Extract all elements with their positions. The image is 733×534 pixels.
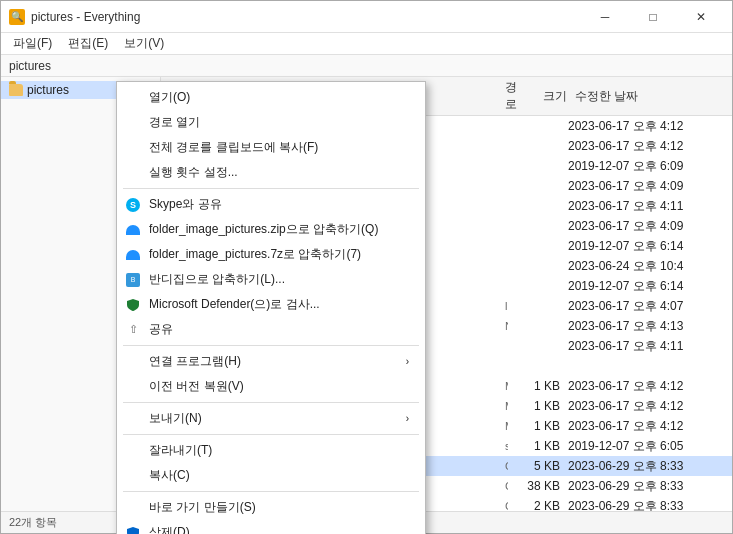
context-menu-label: 연결 프로그램(H) bbox=[149, 353, 241, 370]
breadcrumb-text: pictures bbox=[9, 59, 51, 73]
window-title: pictures - Everything bbox=[31, 10, 140, 24]
context-menu-item[interactable]: 경로 열기 bbox=[117, 110, 425, 135]
context-menu-item[interactable]: Microsoft Defender(으)로 검사... bbox=[117, 292, 425, 317]
context-menu-item[interactable]: 보내기(N)› bbox=[117, 406, 425, 431]
context-menu-separator bbox=[123, 188, 419, 189]
file-date: 2019-12-07 오후 6:09 bbox=[568, 158, 728, 175]
file-size: 5 KB bbox=[508, 459, 568, 473]
folder-icon bbox=[9, 84, 23, 96]
context-menu-label: folder_image_pictures.zip으로 압축하기(Q) bbox=[149, 221, 378, 238]
context-menu-item[interactable]: B반디집으로 압축하기(L)... bbox=[117, 267, 425, 292]
menu-view[interactable]: 보기(V) bbox=[116, 33, 172, 54]
file-size: 38 KB bbox=[508, 479, 568, 493]
file-date: 2023-06-29 오후 8:33 bbox=[568, 458, 728, 475]
context-menu-item[interactable]: 전체 경로를 클립보드에 복사(F) bbox=[117, 135, 425, 160]
breadcrumb-bar: pictures bbox=[1, 55, 732, 77]
close-button[interactable]: ✕ bbox=[678, 1, 724, 33]
status-text: 22개 항목 bbox=[9, 515, 57, 530]
context-menu-label: 바로 가기 만들기(S) bbox=[149, 499, 256, 516]
shield-icon bbox=[125, 525, 141, 535]
context-menu-label: 잘라내기(T) bbox=[149, 442, 212, 459]
minimize-button[interactable]: ─ bbox=[582, 1, 628, 33]
file-date: 2019-12-07 오후 6:05 bbox=[568, 438, 728, 455]
file-date: 2023-06-17 오후 4:12 bbox=[568, 398, 728, 415]
context-menu-label: 삭제(D) bbox=[149, 524, 190, 534]
app-icon: 🔍 bbox=[9, 9, 25, 25]
context-menu-item[interactable]: ⇧공유 bbox=[117, 317, 425, 342]
context-menu-label: 공유 bbox=[149, 321, 173, 338]
file-date: 2023-06-17 오후 4:12 bbox=[568, 118, 728, 135]
context-menu-item[interactable]: 이전 버전 복원(V) bbox=[117, 374, 425, 399]
menu-bar: 파일(F) 편집(E) 보기(V) bbox=[1, 33, 732, 55]
onedrive-icon bbox=[125, 247, 141, 263]
col-header-size[interactable]: 크기 bbox=[517, 88, 575, 105]
context-menu-separator bbox=[123, 402, 419, 403]
defender-icon bbox=[125, 297, 141, 313]
context-menu-item[interactable]: 삭제(D) bbox=[117, 520, 425, 534]
context-menu-label: 열기(O) bbox=[149, 89, 190, 106]
title-bar: 🔍 pictures - Everything ─ □ ✕ bbox=[1, 1, 732, 33]
onedrive-icon bbox=[125, 222, 141, 238]
context-menu-label: 실행 횟수 설정... bbox=[149, 164, 238, 181]
col-header-path[interactable]: 경로 bbox=[505, 79, 517, 113]
menu-edit[interactable]: 편집(E) bbox=[60, 33, 116, 54]
context-menu-separator bbox=[123, 491, 419, 492]
context-menu-label: folder_image_pictures.7z로 압축하기(7) bbox=[149, 246, 361, 263]
context-menu-label: 전체 경로를 클립보드에 복사(F) bbox=[149, 139, 318, 156]
window-controls: ─ □ ✕ bbox=[582, 1, 724, 33]
context-menu-item[interactable]: folder_image_pictures.7z로 압축하기(7) bbox=[117, 242, 425, 267]
context-menu-item[interactable]: folder_image_pictures.zip으로 압축하기(Q) bbox=[117, 217, 425, 242]
file-size: 2 KB bbox=[508, 499, 568, 511]
file-path: NetworkService bbox=[505, 320, 508, 332]
file-date: 2023-06-17 오후 4:13 bbox=[568, 318, 728, 335]
context-menu-item[interactable]: 바로 가기 만들기(S) bbox=[117, 495, 425, 520]
file-size: 1 KB bbox=[508, 379, 568, 393]
nav-label: pictures bbox=[27, 83, 69, 97]
file-date: 2023-06-29 오후 8:33 bbox=[568, 498, 728, 512]
bandzip-icon: B bbox=[125, 272, 141, 288]
file-date: 2023-06-17 오후 4:11 bbox=[568, 338, 728, 355]
context-menu-item[interactable]: 연결 프로그램(H)› bbox=[117, 349, 425, 374]
file-date: 2023-06-17 오후 4:12 bbox=[568, 378, 728, 395]
menu-file[interactable]: 파일(F) bbox=[5, 33, 60, 54]
context-menu-label: Skype와 공유 bbox=[149, 196, 222, 213]
skype-icon: S bbox=[125, 197, 141, 213]
context-menu-item[interactable]: 잘라내기(T) bbox=[117, 438, 425, 463]
file-date: 2019-12-07 오후 6:14 bbox=[568, 278, 728, 295]
file-date: 2023-06-17 오후 4:12 bbox=[568, 138, 728, 155]
context-menu-separator bbox=[123, 345, 419, 346]
submenu-arrow: › bbox=[406, 413, 409, 424]
context-menu-item[interactable]: 실행 횟수 설정... bbox=[117, 160, 425, 185]
context-menu-label: 반디집으로 압축하기(L)... bbox=[149, 271, 285, 288]
share-icon: ⇧ bbox=[125, 322, 141, 338]
file-date: 2023-06-17 오후 4:09 bbox=[568, 178, 728, 195]
file-path: localService bbox=[505, 300, 508, 312]
maximize-button[interactable]: □ bbox=[630, 1, 676, 33]
file-date: 2019-12-07 오후 6:14 bbox=[568, 238, 728, 255]
context-menu-label: 보내기(N) bbox=[149, 410, 202, 427]
file-size: 1 KB bbox=[508, 399, 568, 413]
context-menu-label: Microsoft Defender(으)로 검사... bbox=[149, 296, 320, 313]
file-date: 2023-06-17 오후 4:12 bbox=[568, 418, 728, 435]
context-menu-separator bbox=[123, 434, 419, 435]
file-date: 2023-06-29 오후 8:33 bbox=[568, 478, 728, 495]
col-header-date[interactable]: 수정한 날짜 bbox=[575, 88, 728, 105]
context-menu-label: 경로 열기 bbox=[149, 114, 200, 131]
context-menu-label: 이전 버전 복원(V) bbox=[149, 378, 244, 395]
context-menu-item[interactable]: 복사(C) bbox=[117, 463, 425, 488]
file-date: 2023-06-24 오후 10:4 bbox=[568, 258, 728, 275]
file-size: 1 KB bbox=[508, 439, 568, 453]
context-menu-item[interactable]: SSkype와 공유 bbox=[117, 192, 425, 217]
file-date: 2023-06-17 오후 4:11 bbox=[568, 198, 728, 215]
submenu-arrow: › bbox=[406, 356, 409, 367]
context-menu-label: 복사(C) bbox=[149, 467, 190, 484]
file-date: 2023-06-17 오후 4:07 bbox=[568, 298, 728, 315]
context-menu-item[interactable]: 열기(O) bbox=[117, 85, 425, 110]
context-menu: 열기(O)경로 열기전체 경로를 클립보드에 복사(F)실행 횟수 설정...S… bbox=[116, 81, 426, 534]
main-window: 🔍 pictures - Everything ─ □ ✕ 파일(F) 편집(E… bbox=[0, 0, 733, 534]
file-size: 1 KB bbox=[508, 419, 568, 433]
file-date: 2023-06-17 오후 4:09 bbox=[568, 218, 728, 235]
